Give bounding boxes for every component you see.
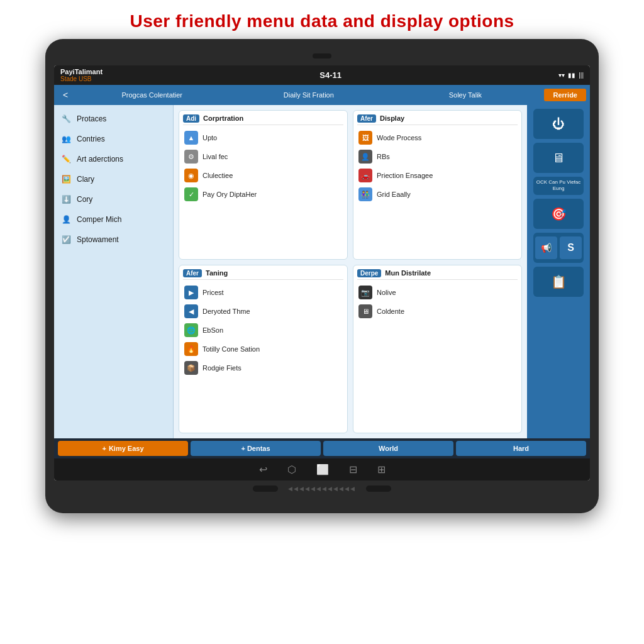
rbs-icon: 👤 <box>358 150 372 164</box>
section-afer-taning: Afer Taning ▶ Pricest ◀ Deryoted Thme 🌐 … <box>179 265 348 433</box>
section-display-tag: Afer <box>357 114 376 123</box>
contries-icon: 👥 <box>60 133 72 145</box>
sidebar-item-contries[interactable]: 👥 Contries <box>54 129 173 149</box>
section-adi: Adi Corprtration ▲ Upto ⚙ Lival fec ◉ Cl… <box>179 110 348 260</box>
status-left: PayiTalimant Stade USB <box>60 68 103 82</box>
menu-item-lival[interactable]: ⚙ Lival fec <box>183 147 343 166</box>
bottom-bar: + Kimy Easy + Dentas World Hard <box>54 438 590 458</box>
protaces-icon: 🔧 <box>60 113 72 125</box>
sidebar-item-sptow[interactable]: ☑️ Sptowament <box>54 230 173 250</box>
section-afer-display: Afer Display 🖼 Wode Process 👤 RBs 🚗 Prie… <box>353 110 522 260</box>
ebson-icon: 🌐 <box>184 323 198 337</box>
world-button[interactable]: World <box>323 441 453 456</box>
nav-tab-progcas[interactable]: Progcas Colentatier <box>74 89 230 101</box>
menu-item-clulec[interactable]: ◉ Clulectiee <box>183 166 343 185</box>
menu-item-priection[interactable]: 🚗 Priection Ensagee <box>357 166 518 185</box>
ebson-label: EbSon <box>203 326 223 334</box>
center-area: Adi Corprtration ▲ Upto ⚙ Lival fec ◉ Cl… <box>174 105 527 438</box>
sidebar-label-art: Art aderctions <box>77 155 123 164</box>
upto-label: Upto <box>203 134 217 142</box>
android-recent-button[interactable]: ⬜ <box>316 464 329 475</box>
target-button[interactable]: 🎯 <box>533 199 584 229</box>
nav-tab-soley[interactable]: Soley Talik <box>387 89 543 101</box>
section-adi-label: Corprtration <box>203 114 243 123</box>
signal-icon: ||| <box>579 72 584 79</box>
wode-label: Wode Process <box>377 134 421 142</box>
monitor-icon: 🖥 <box>552 151 565 165</box>
sidebar-item-clary[interactable]: 🖼️ Clary <box>54 169 173 189</box>
menu-item-coldente[interactable]: 🖥 Coldente <box>357 302 518 321</box>
nav-tab-remote[interactable]: Rerride <box>544 89 586 101</box>
tablet-screen: PayiTalimant Stade USB S4-11 ▾▾ ▮▮ ||| <… <box>54 65 590 480</box>
pricest-label: Pricest <box>203 289 224 296</box>
lival-icon: ⚙ <box>184 150 198 164</box>
menu-item-rbs[interactable]: 👤 RBs <box>357 147 518 166</box>
menu-item-payory[interactable]: ✓ Pay Ory DiptaHer <box>183 185 343 204</box>
priection-label: Priection Ensagee <box>377 172 433 179</box>
nolive-label: Nolive <box>377 289 396 296</box>
section-display-label: Display <box>380 114 404 123</box>
sidebar-label-protaces: Protaces <box>77 114 106 123</box>
status-center-text: S4-11 <box>319 70 341 80</box>
clulec-icon: ◉ <box>184 169 198 182</box>
menu-item-ebson[interactable]: 🌐 EbSon <box>183 321 343 340</box>
sidebar-item-protaces[interactable]: 🔧 Protaces <box>54 109 173 129</box>
note-text-button[interactable]: OCK Can Pu Viefac Eung <box>533 177 584 195</box>
menu-item-deryoted[interactable]: ◀ Deryoted Thme <box>183 302 343 321</box>
bezel-btn-left <box>253 486 278 492</box>
bottom-bezel: ◀◀◀◀◀◀◀◀◀◀◀◀ <box>54 480 590 494</box>
upto-icon: ▲ <box>184 131 198 145</box>
battery-icon: ▮▮ <box>568 72 575 79</box>
menu-item-rodgie[interactable]: 📦 Rodgie Fiets <box>183 358 343 377</box>
section-adi-title: Adi Corprtration <box>183 114 343 125</box>
kimy-easy-button[interactable]: + Kimy Easy <box>58 441 188 456</box>
payory-label: Pay Ory DiptaHer <box>203 191 257 198</box>
android-back-button[interactable]: ↩ <box>259 464 267 475</box>
speaker-icon: 📢 <box>535 236 557 259</box>
menu-item-totilly[interactable]: 🔥 Totilly Cone Sation <box>183 340 343 358</box>
section-taning-title: Afer Taning <box>183 269 343 280</box>
sidebar-item-cory[interactable]: ⬇️ Cory <box>54 189 173 209</box>
power-button[interactable]: ⏻ <box>533 109 584 139</box>
hard-button[interactable]: Hard <box>456 441 586 456</box>
menu-item-nolive[interactable]: 📷 Nolive <box>357 283 518 302</box>
speaker-dollar-button[interactable]: 📢 S <box>533 233 584 263</box>
android-menu1-button[interactable]: ⊟ <box>349 464 357 475</box>
dollar-icon: S <box>560 236 582 259</box>
menu-item-wode[interactable]: 🖼 Wode Process <box>357 128 518 147</box>
sidebar-item-art[interactable]: ✏️ Art aderctions <box>54 149 173 169</box>
top-bezel <box>54 50 590 62</box>
menu-item-pricest[interactable]: ▶ Pricest <box>183 283 343 302</box>
rbs-label: RBs <box>377 153 390 160</box>
sidebar-label-comper: Comper Mich <box>77 215 121 224</box>
dentas-button[interactable]: + Dentas <box>191 441 321 456</box>
priection-icon: 🚗 <box>358 169 372 182</box>
android-menu2-button[interactable]: ⊞ <box>377 464 386 475</box>
coldente-icon: 🖥 <box>358 304 372 318</box>
monitor-button[interactable]: 🖥 <box>533 143 584 173</box>
nav-back-button[interactable]: < <box>58 87 73 103</box>
wode-icon: 🖼 <box>358 131 372 145</box>
device-name: PayiTalimant <box>60 68 103 75</box>
right-panel: ⏻ 🖥 OCK Can Pu Viefac Eung 🎯 📢 S 📋 <box>527 105 590 438</box>
menu-item-upto[interactable]: ▲ Upto <box>183 128 343 147</box>
pricest-icon: ▶ <box>184 286 198 299</box>
sidebar-label-clary: Clary <box>77 175 94 184</box>
sidebar-label-cory: Cory <box>77 195 92 204</box>
nav-tab-diaily[interactable]: Diaily Sit Fration <box>231 89 386 101</box>
section-derpe-title: Derpe Mun Distrilate <box>357 269 518 280</box>
section-taning-tag: Afer <box>183 269 202 277</box>
menu-item-grid[interactable]: 👫 Grid Eaally <box>357 185 518 204</box>
clary-icon: 🖼️ <box>60 174 72 185</box>
android-home-button[interactable]: ⬡ <box>287 464 296 475</box>
brand-label: ◀◀◀◀◀◀◀◀◀◀◀◀ <box>288 486 356 492</box>
clipboard-button[interactable]: 📋 <box>533 267 584 297</box>
status-right: ▾▾ ▮▮ ||| <box>558 72 584 79</box>
cory-icon: ⬇️ <box>60 194 72 205</box>
grid-label: Grid Eaally <box>377 191 411 198</box>
power-icon: ⏻ <box>552 117 565 131</box>
bezel-btn-right <box>366 486 391 492</box>
device-status: Stade USB <box>60 75 103 82</box>
sidebar-item-comper[interactable]: 👤 Comper Mich <box>54 209 173 230</box>
rodgie-icon: 📦 <box>184 361 198 375</box>
